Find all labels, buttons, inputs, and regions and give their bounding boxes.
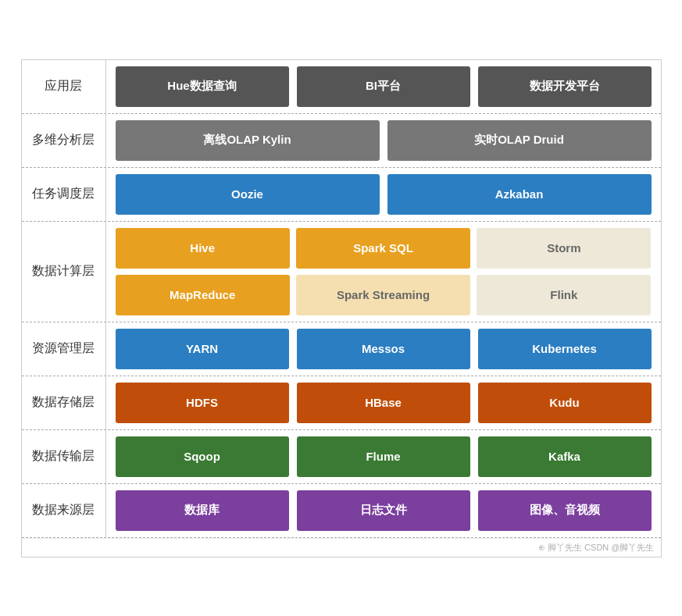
compute-layer-content: HiveSpark SQLStormMapReduceSpark Streami… xyxy=(106,222,661,322)
cell-数据开发平台: 数据开发平台 xyxy=(478,66,652,107)
olap-layer: 多维分析层离线OLAP Kylin实时OLAP Druid xyxy=(22,114,661,168)
cell-hue数据查询: Hue数据查询 xyxy=(116,66,289,107)
source-layer-label: 数据来源层 xyxy=(22,484,106,537)
resource-layer-content: YARNMessosKubernetes xyxy=(106,322,661,376)
cell-图像-音视频: 图像、音视频 xyxy=(478,490,652,531)
cell-kubernetes: Kubernetes xyxy=(478,329,652,369)
cell-hdfs: HDFS xyxy=(116,383,289,423)
storage-layer-content: HDFSHBaseKudu xyxy=(106,376,661,429)
source-layer: 数据来源层数据库日志文件图像、音视频 xyxy=(22,484,661,538)
storage-layer: 数据存储层HDFSHBaseKudu xyxy=(22,376,661,430)
cell-spark-streaming: Spark Streaming xyxy=(296,275,470,315)
cell-kafka: Kafka xyxy=(478,436,652,477)
transport-layer-content: SqoopFlumeKafka xyxy=(106,430,661,483)
cell-hbase: HBase xyxy=(297,383,470,423)
resource-layer: 资源管理层YARNMessosKubernetes xyxy=(22,322,661,376)
architecture-diagram: 应用层Hue数据查询BI平台数据开发平台多维分析层离线OLAP Kylin实时O… xyxy=(21,59,662,557)
cell-azkaban: Azkaban xyxy=(387,174,652,215)
schedule-layer: 任务调度层OozieAzkaban xyxy=(22,168,661,222)
cell-数据库: 数据库 xyxy=(116,490,289,531)
transport-layer-label: 数据传输层 xyxy=(22,430,106,483)
olap-layer-label: 多维分析层 xyxy=(22,114,106,167)
app-layer-label: 应用层 xyxy=(22,60,106,113)
cell-离线olap-kylin: 离线OLAP Kylin xyxy=(116,120,380,161)
cell-mapreduce: MapReduce xyxy=(116,275,290,315)
cell-实时olap-druid: 实时OLAP Druid xyxy=(387,120,652,161)
cell-flume: Flume xyxy=(297,436,470,477)
cell-kudu: Kudu xyxy=(478,383,652,423)
cell-sqoop: Sqoop xyxy=(116,436,289,477)
app-layer-content: Hue数据查询BI平台数据开发平台 xyxy=(106,60,661,113)
cell-oozie: Oozie xyxy=(116,174,380,215)
schedule-layer-content: OozieAzkaban xyxy=(106,168,661,221)
cell-yarn: YARN xyxy=(116,329,289,369)
cell-storm: Storm xyxy=(477,228,651,269)
storage-layer-label: 数据存储层 xyxy=(22,376,106,429)
cell-bi平台: BI平台 xyxy=(297,66,470,107)
cell-日志文件: 日志文件 xyxy=(297,490,470,531)
resource-layer-label: 资源管理层 xyxy=(22,322,106,376)
schedule-layer-label: 任务调度层 xyxy=(22,168,106,221)
source-layer-content: 数据库日志文件图像、音视频 xyxy=(106,484,661,537)
compute-layer-label: 数据计算层 xyxy=(22,222,106,322)
cell-flink: Flink xyxy=(477,275,651,315)
transport-layer: 数据传输层SqoopFlumeKafka xyxy=(22,430,661,484)
cell-hive: Hive xyxy=(116,228,290,269)
olap-layer-content: 离线OLAP Kylin实时OLAP Druid xyxy=(106,114,661,167)
cell-messos: Messos xyxy=(297,329,470,369)
compute-layer: 数据计算层HiveSpark SQLStormMapReduceSpark St… xyxy=(22,222,661,322)
app-layer: 应用层Hue数据查询BI平台数据开发平台 xyxy=(22,60,661,114)
cell-spark-sql: Spark SQL xyxy=(296,228,470,269)
